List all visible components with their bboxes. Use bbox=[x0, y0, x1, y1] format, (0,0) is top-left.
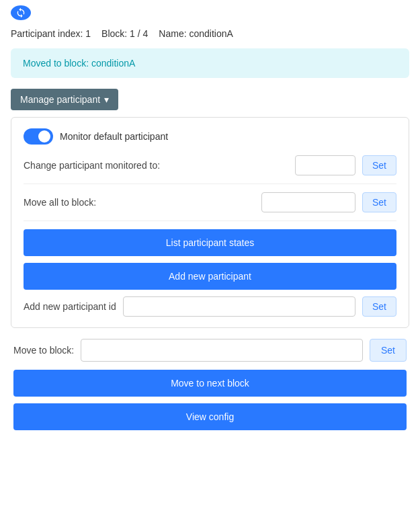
participant-index: Participant index: 1 bbox=[11, 28, 91, 39]
alert-message: Moved to block: conditionA bbox=[23, 58, 135, 69]
bottom-section: Move to block: Set Move to next block Vi… bbox=[11, 339, 409, 430]
toggle-row: Monitor default participant bbox=[24, 128, 396, 145]
add-id-set-button[interactable]: Set bbox=[362, 296, 396, 317]
manage-participant-button[interactable]: Manage participant ▾ bbox=[11, 89, 118, 110]
monitor-toggle-label: Monitor default participant bbox=[60, 131, 168, 142]
move-all-label: Move all to block: bbox=[24, 197, 255, 208]
list-states-button[interactable]: List participant states bbox=[24, 229, 396, 256]
add-id-row: Add new participant id Set bbox=[24, 296, 396, 317]
name-info: Name: conditionA bbox=[159, 28, 233, 39]
move-to-block-input[interactable] bbox=[81, 339, 363, 362]
add-participant-button[interactable]: Add new participant bbox=[24, 263, 396, 290]
move-all-row: Move all to block: Set bbox=[24, 192, 396, 212]
move-to-block-label: Move to block: bbox=[13, 345, 74, 356]
manage-panel: Monitor default participant Change parti… bbox=[11, 117, 409, 328]
view-config-button[interactable]: View config bbox=[13, 403, 407, 430]
divider-2 bbox=[24, 220, 396, 221]
top-bar bbox=[11, 5, 409, 20]
change-monitored-set-button[interactable]: Set bbox=[362, 155, 396, 175]
divider-1 bbox=[24, 184, 396, 184]
change-monitored-input[interactable] bbox=[295, 155, 355, 175]
alert-box: Moved to block: conditionA bbox=[11, 48, 409, 78]
manage-button-label: Manage participant bbox=[20, 94, 100, 105]
move-to-block-set-button[interactable]: Set bbox=[370, 339, 407, 362]
change-monitored-label: Change participant monitored to: bbox=[24, 160, 288, 171]
monitor-toggle[interactable] bbox=[24, 128, 53, 145]
change-monitored-row: Change participant monitored to: Set bbox=[24, 155, 396, 175]
move-all-set-button[interactable]: Set bbox=[362, 192, 396, 212]
move-all-input[interactable] bbox=[261, 192, 355, 212]
sync-icon bbox=[11, 5, 31, 20]
move-to-block-row: Move to block: Set bbox=[13, 339, 407, 362]
add-id-input[interactable] bbox=[123, 296, 355, 317]
move-next-block-button[interactable]: Move to next block bbox=[13, 370, 407, 397]
meta-info: Participant index: 1 Block: 1 / 4 Name: … bbox=[11, 28, 409, 39]
add-id-label: Add new participant id bbox=[24, 301, 116, 312]
chevron-down-icon: ▾ bbox=[104, 94, 109, 105]
block-info: Block: 1 / 4 bbox=[101, 28, 148, 39]
